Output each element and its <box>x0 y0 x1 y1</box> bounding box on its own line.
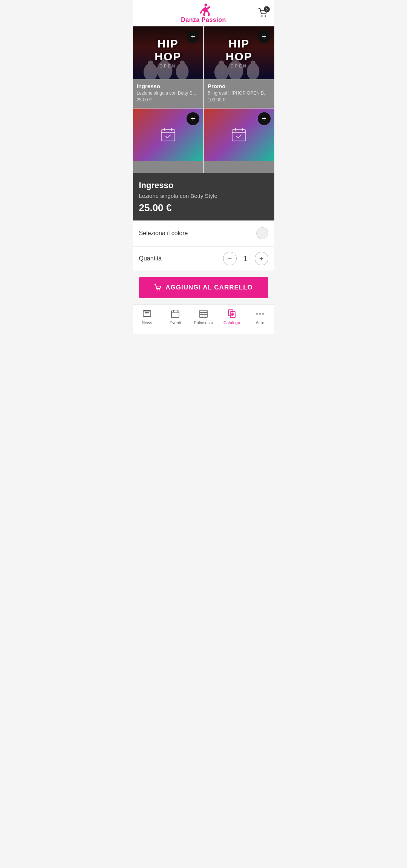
color-option-row: Seleziona il colore <box>133 220 274 246</box>
dancer-logo-icon <box>194 3 213 17</box>
product-card-2[interactable]: HIP HOP OPEN + Promo 5 ingressi HIPHOP O… <box>204 26 274 108</box>
product-card-4[interactable]: + <box>204 109 274 173</box>
quantity-value: 1 <box>241 254 250 263</box>
card-price-1: 25.00 € <box>137 97 200 103</box>
calendar-icon-4 <box>231 127 247 143</box>
app-header: Danza Passion 0 <box>133 0 274 26</box>
news-icon <box>142 309 152 319</box>
nav-item-altro[interactable]: Altro <box>246 308 274 326</box>
svg-point-44 <box>262 313 264 315</box>
catalogo-icon <box>227 309 237 319</box>
hip-label: HIP <box>155 37 181 50</box>
nav-item-eventi[interactable]: Eventi <box>161 308 190 326</box>
svg-point-2 <box>265 15 266 17</box>
card-info-2: Promo 5 ingressi HIPHOP OPEN B... 100.00… <box>204 79 274 108</box>
app-logo: Danza Passion <box>181 3 226 23</box>
nav-label-eventi: Eventi <box>170 320 181 325</box>
add-to-cart-button[interactable]: AGGIUNGI AL CARRELLO <box>139 277 268 298</box>
eventi-icon <box>170 309 180 319</box>
quantity-minus-button[interactable]: − <box>223 252 237 265</box>
hop-label: HOP <box>155 50 181 63</box>
color-option-label: Seleziona il colore <box>139 230 188 237</box>
card-title-1: Ingresso <box>137 83 200 89</box>
nav-item-palinsesto[interactable]: Palinsesto <box>190 308 218 326</box>
calendar-icon-3 <box>160 127 176 143</box>
open-label: OPEN <box>155 64 181 68</box>
cart-badge: 0 <box>264 6 270 12</box>
nav-label-palinsesto: Palinsesto <box>194 320 213 325</box>
card-info-1: Ingresso Lezione singola con Betty S... … <box>133 79 204 108</box>
card-info-4 <box>204 161 274 173</box>
card-desc-2: 5 ingressi HIPHOP OPEN B... <box>208 90 271 96</box>
nav-label-catalogo: Catalogo <box>223 320 240 325</box>
card-info-3 <box>133 161 204 173</box>
card-desc-1: Lezione singola con Betty S... <box>137 90 200 96</box>
nav-label-altro: Altro <box>256 320 265 325</box>
hiphop-text-2: HIP HOP OPEN <box>226 37 252 68</box>
svg-rect-15 <box>161 130 175 141</box>
selected-product-description: Lezione singola con Betty Style <box>139 193 268 199</box>
svg-point-23 <box>157 289 158 291</box>
svg-point-0 <box>205 3 207 6</box>
svg-point-24 <box>159 289 161 291</box>
svg-rect-38 <box>228 310 233 316</box>
altro-icon <box>255 309 265 319</box>
product-card-1[interactable]: HIP HOP OPEN + Ingresso Lezione singola … <box>133 26 204 108</box>
bottom-navigation: News Eventi Palinsesto Catalogo <box>133 304 274 334</box>
svg-rect-33 <box>200 310 207 318</box>
svg-rect-19 <box>232 130 246 141</box>
add-button-1[interactable]: + <box>187 30 199 43</box>
selected-product-detail: Ingresso Lezione singola con Betty Style… <box>133 173 274 220</box>
svg-rect-29 <box>171 311 179 318</box>
add-button-4[interactable]: + <box>258 112 271 125</box>
logo-text: Danza Passion <box>181 17 226 23</box>
nav-item-news[interactable]: News <box>133 308 161 326</box>
cart-icon-wrap: 0 <box>258 8 268 18</box>
cart-button[interactable]: 0 <box>258 8 268 18</box>
product-grid: HIP HOP OPEN + Ingresso Lezione singola … <box>133 26 274 173</box>
quantity-option-row: Quantità − 1 + <box>133 246 274 271</box>
card-price-2: 100.00 € <box>208 97 271 103</box>
add-to-cart-icon <box>154 284 162 291</box>
quantity-controls: − 1 + <box>223 252 268 265</box>
palinsesto-icon <box>199 309 208 319</box>
nav-label-news: News <box>142 320 152 325</box>
svg-point-12 <box>219 61 224 66</box>
nav-item-catalogo[interactable]: Catalogo <box>218 308 246 326</box>
add-to-cart-label: AGGIUNGI AL CARRELLO <box>165 284 253 291</box>
hiphop-text-1: HIP HOP OPEN <box>155 37 181 68</box>
options-section: Seleziona il colore Quantità − 1 + <box>133 220 274 271</box>
card-title-2: Promo <box>208 83 271 89</box>
svg-point-43 <box>259 313 261 315</box>
quantity-plus-button[interactable]: + <box>255 252 268 265</box>
svg-point-42 <box>256 313 258 315</box>
svg-rect-28 <box>143 310 151 312</box>
selected-product-price: 25.00 € <box>139 202 268 214</box>
svg-point-1 <box>261 15 263 17</box>
color-selector[interactable] <box>256 227 268 239</box>
quantity-label: Quantità <box>139 255 162 262</box>
selected-product-title: Ingresso <box>139 181 268 190</box>
svg-point-6 <box>148 61 153 66</box>
product-card-3[interactable]: + <box>133 109 204 173</box>
add-button-2[interactable]: + <box>258 30 271 43</box>
add-button-3[interactable]: + <box>187 112 199 125</box>
